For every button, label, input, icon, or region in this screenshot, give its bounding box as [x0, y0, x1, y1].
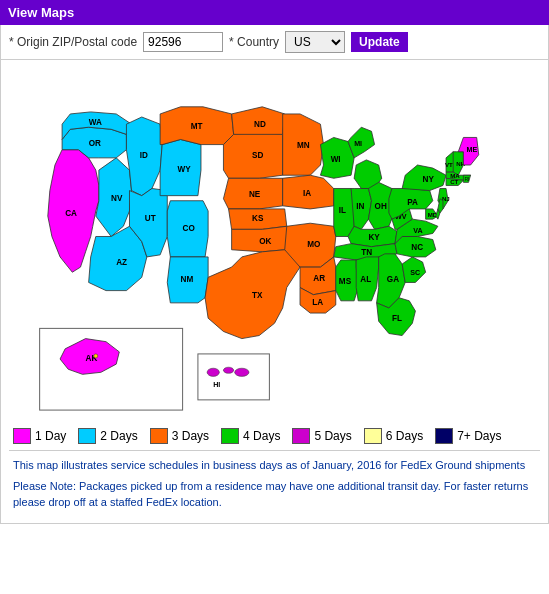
svg-text:NV: NV [111, 194, 123, 203]
svg-text:UT: UT [145, 214, 156, 223]
svg-text:TX: TX [252, 291, 263, 300]
legend-color-7days [435, 428, 453, 444]
svg-point-50 [94, 354, 98, 358]
svg-text:IN: IN [356, 202, 364, 211]
svg-text:MS: MS [339, 277, 352, 286]
svg-text:VT: VT [445, 161, 453, 168]
svg-text:AR: AR [313, 274, 325, 283]
footnote-line2: Please Note: Packages picked up from a r… [13, 478, 536, 511]
footnote: This map illustrates service schedules i… [9, 450, 540, 515]
svg-text:NC: NC [411, 243, 423, 252]
svg-text:TN: TN [361, 248, 372, 257]
legend-color-5days [292, 428, 310, 444]
svg-text:AL: AL [360, 275, 371, 284]
svg-text:MN: MN [297, 141, 310, 150]
legend-item-5days: 5 Days [292, 428, 351, 444]
legend-color-3days [150, 428, 168, 444]
svg-point-54 [235, 368, 249, 376]
svg-point-53 [223, 367, 233, 373]
us-map: CA NV OR WA ID AZ UT WY C [9, 68, 540, 415]
svg-text:ME: ME [466, 146, 477, 154]
legend-color-6days [364, 428, 382, 444]
legend-item-7days: 7+ Days [435, 428, 501, 444]
legend-color-1day [13, 428, 31, 444]
legend-item-3days: 3 Days [150, 428, 209, 444]
map-container: CA NV OR WA ID AZ UT WY C [0, 60, 549, 524]
legend-item-2days: 2 Days [78, 428, 137, 444]
svg-text:GA: GA [387, 275, 399, 284]
svg-text:NE: NE [249, 190, 261, 199]
legend: 1 Day 2 Days 3 Days 4 Days 5 Days 6 Days… [9, 418, 540, 450]
svg-text:OK: OK [259, 237, 271, 246]
svg-text:WI: WI [331, 155, 341, 164]
update-button[interactable]: Update [351, 32, 408, 52]
svg-text:PA: PA [407, 198, 418, 207]
zip-label: * Origin ZIP/Postal code [9, 35, 137, 49]
svg-text:KY: KY [368, 233, 380, 242]
map-area: CA NV OR WA ID AZ UT WY C [9, 68, 540, 418]
legend-color-4days [221, 428, 239, 444]
svg-rect-51 [198, 354, 269, 400]
svg-text:IL: IL [339, 206, 346, 215]
svg-rect-48 [40, 328, 183, 410]
controls-bar: * Origin ZIP/Postal code * Country US CA… [0, 25, 549, 60]
legend-item-4days: 4 Days [221, 428, 280, 444]
country-select[interactable]: US CA MX [285, 31, 345, 53]
svg-text:MT: MT [191, 122, 203, 131]
svg-text:IA: IA [303, 189, 311, 198]
svg-text:AZ: AZ [116, 258, 127, 267]
svg-text:SC: SC [410, 269, 420, 277]
svg-text:NY: NY [423, 175, 435, 184]
svg-text:OH: OH [375, 202, 387, 211]
svg-text:LA: LA [312, 298, 323, 307]
svg-text:MI: MI [354, 140, 362, 148]
svg-text:FL: FL [392, 314, 402, 323]
svg-text:CA: CA [65, 209, 77, 218]
svg-text:MO: MO [307, 240, 320, 249]
svg-text:CO: CO [183, 224, 195, 233]
window-title: View Maps [0, 0, 549, 25]
svg-point-52 [207, 368, 219, 376]
svg-text:RI: RI [464, 176, 469, 182]
svg-text:KS: KS [252, 214, 264, 223]
svg-text:OR: OR [89, 139, 101, 148]
svg-text:SD: SD [252, 151, 263, 160]
legend-item-1day: 1 Day [13, 428, 66, 444]
legend-item-6days: 6 Days [364, 428, 423, 444]
legend-color-2days [78, 428, 96, 444]
svg-text:VA: VA [413, 227, 422, 235]
svg-text:NM: NM [181, 275, 194, 284]
svg-text:CT: CT [450, 178, 458, 185]
svg-text:ND: ND [254, 120, 266, 129]
footnote-line1: This map illustrates service schedules i… [13, 457, 536, 474]
svg-text:ID: ID [140, 151, 148, 160]
svg-text:HI: HI [213, 381, 220, 389]
svg-text:WA: WA [89, 118, 102, 127]
svg-text:WY: WY [177, 165, 191, 174]
country-label: * Country [229, 35, 279, 49]
zip-input[interactable] [143, 32, 223, 52]
